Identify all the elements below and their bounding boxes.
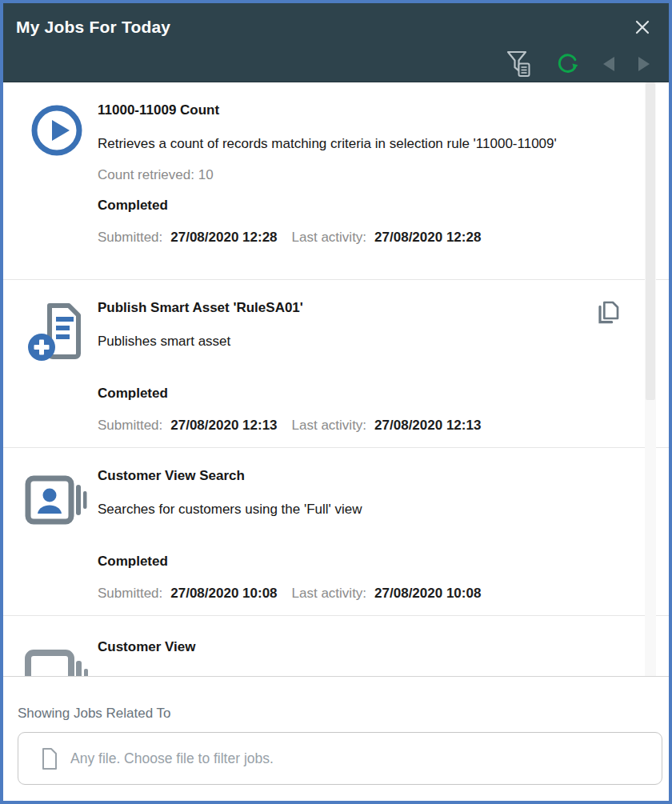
submitted-value: 27/08/2020 12:13: [170, 417, 277, 434]
play-circle-icon: [30, 103, 84, 158]
filter-list-icon: [506, 50, 532, 78]
next-page-button[interactable]: [638, 57, 650, 71]
filter-jobs-button[interactable]: [506, 50, 532, 78]
job-timestamps: Submitted: 27/08/2020 12:28 Last activit…: [98, 229, 648, 246]
copy-job-button[interactable]: [595, 298, 621, 326]
job-title: 11000-11009 Count: [98, 102, 648, 119]
job-status: Completed: [98, 385, 648, 402]
close-button[interactable]: [632, 17, 653, 38]
my-jobs-panel: My Jobs For Today: [0, 0, 672, 804]
page-title: My Jobs For Today: [16, 18, 170, 37]
last-activity-label: Last activity:: [292, 417, 367, 434]
refresh-jobs-button[interactable]: [556, 52, 579, 75]
job-row-customer-view-search: Customer View Search Searches for custom…: [3, 448, 669, 616]
submitted-label: Submitted:: [98, 585, 162, 602]
job-status: Completed: [98, 553, 648, 570]
submitted-value: 27/08/2020 10:08: [170, 585, 277, 602]
customer-view-search-icon: [25, 475, 89, 525]
scrollbar-thumb[interactable]: [646, 82, 655, 400]
job-title: Publish Smart Asset 'RuleSA01': [98, 299, 648, 317]
job-status: Completed: [98, 197, 648, 214]
previous-page-button[interactable]: [603, 57, 614, 71]
customer-view-icon: [25, 650, 89, 676]
close-icon: [632, 17, 653, 38]
submitted-value: 27/08/2020 12:28: [170, 229, 277, 246]
file-filter-placeholder: Any file. Choose file to filter jobs.: [70, 750, 274, 767]
copy-documents-icon: [595, 298, 621, 326]
right-arrow-icon: [638, 57, 650, 71]
job-row-customer-view: Customer View: [3, 616, 669, 676]
file-filter-field[interactable]: Any file. Choose file to filter jobs.: [18, 732, 662, 785]
job-timestamps: Submitted: 27/08/2020 12:13 Last activit…: [98, 417, 648, 434]
showing-jobs-related-to-label: Showing Jobs Related To: [18, 706, 656, 722]
last-activity-label: Last activity:: [292, 585, 367, 602]
job-description: Retrieves a count of records matching cr…: [98, 134, 566, 154]
publish-smart-asset-icon: [27, 301, 86, 365]
last-activity-value: 27/08/2020 10:08: [374, 585, 481, 602]
submitted-label: Submitted:: [98, 417, 162, 434]
panel-footer: Showing Jobs Related To Any file. Choose…: [3, 676, 669, 801]
job-row-publish-smart-asset: Publish Smart Asset 'RuleSA01' Publishes…: [3, 280, 669, 448]
document-file-icon: [41, 747, 58, 770]
list-scrollbar[interactable]: [645, 82, 656, 676]
last-activity-value: 27/08/2020 12:28: [374, 229, 481, 246]
jobs-toolbar: [16, 50, 653, 78]
job-title: Customer View: [98, 638, 648, 656]
last-activity-value: 27/08/2020 12:13: [374, 417, 481, 434]
job-title: Customer View Search: [98, 467, 648, 485]
refresh-icon: [556, 52, 579, 75]
job-description: Searches for customers using the 'Full' …: [98, 499, 566, 519]
panel-header: My Jobs For Today: [3, 3, 669, 82]
job-detail: Count retrieved: 10: [98, 166, 648, 184]
last-activity-label: Last activity:: [292, 229, 367, 246]
submitted-label: Submitted:: [98, 229, 162, 246]
job-description: Publishes smart asset: [98, 331, 566, 351]
job-list: 11000-11009 Count Retrieves a count of r…: [3, 82, 669, 676]
job-row-count: 11000-11009 Count Retrieves a count of r…: [3, 82, 669, 280]
left-arrow-icon: [603, 57, 614, 71]
job-timestamps: Submitted: 27/08/2020 10:08 Last activit…: [98, 585, 648, 602]
